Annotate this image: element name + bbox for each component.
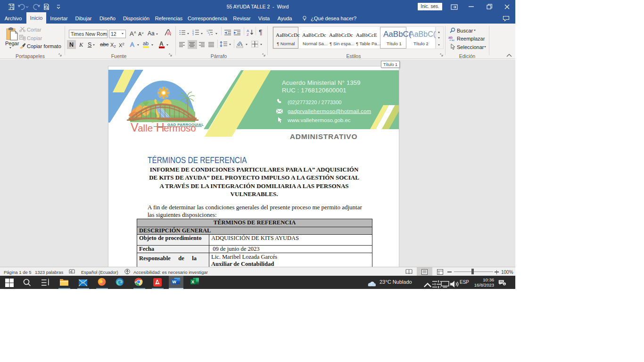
svg-text:W: W xyxy=(172,280,176,284)
svg-text:ab: ab xyxy=(143,41,149,46)
svg-text:Acuerdo Ministerial N° 1359: Acuerdo Ministerial N° 1359 xyxy=(282,79,361,86)
svg-text:www.vallehermoso.gob.ec: www.vallehermoso.gob.ec xyxy=(287,117,351,123)
svg-text:A: A xyxy=(130,41,134,48)
svg-text:Valle Hermoso: Valle Hermoso xyxy=(131,121,196,134)
svg-text:gadprvallehermoso@hotmail.com: gadprvallehermoso@hotmail.com xyxy=(288,108,371,114)
svg-text:3: 3 xyxy=(192,33,194,35)
svg-text:(02)2773220 / 2773300: (02)2773220 / 2773300 xyxy=(288,99,341,105)
svg-text:RUC : 1768120600001: RUC : 1768120600001 xyxy=(282,87,347,94)
svg-text:3: 3 xyxy=(209,33,210,35)
svg-text:A: A xyxy=(159,41,164,47)
svg-text:X: X xyxy=(191,280,194,284)
svg-text:Z: Z xyxy=(247,33,249,36)
svg-text:↵ac: ↵ac xyxy=(449,39,454,41)
